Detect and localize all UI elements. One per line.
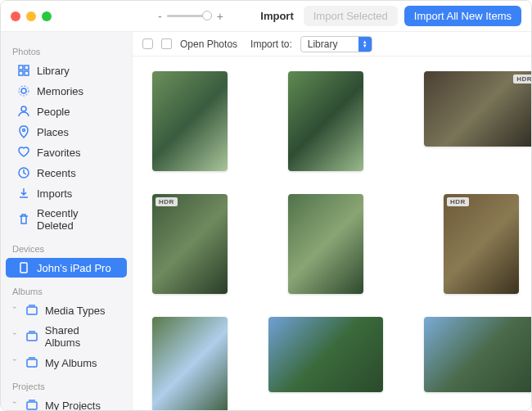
import-all-button[interactable]: Import All New Items [404,6,521,26]
sidebar-item-memories[interactable]: Memories [6,81,127,101]
chevron-right-icon: › [11,306,19,314]
svg-rect-3 [25,71,29,75]
chevron-right-icon: › [11,359,19,367]
sidebar-item-people[interactable]: People [6,102,127,121]
zoom-out-icon: - [158,10,162,23]
sidebar-item-my-albums[interactable]: ›My Albums [6,353,127,373]
device-icon [17,261,30,274]
svg-point-6 [21,106,26,111]
sidebar-item-label: Recents [37,167,76,179]
places-icon [17,125,30,138]
sidebar-item-label: My Albums [45,357,97,369]
chevron-right-icon: › [11,332,19,341]
album-icon [25,356,38,369]
titlebar: - + Import Import Selected Import All Ne… [1,1,531,32]
sidebar-item-label: Imports [37,187,72,200]
photo-thumbnail[interactable] [288,71,363,171]
album-icon [25,330,38,343]
svg-point-4 [21,88,26,93]
photo-grid: HDRHDRHDR [133,56,531,410]
sidebar-item-label: Memories [37,85,83,97]
sidebar-item-recently-deleted[interactable]: Recently Deleted [6,204,127,235]
photo-thumbnail[interactable] [152,71,228,171]
sidebar-section-title: Projects [1,373,132,395]
album-icon [25,304,38,317]
trash-icon [17,213,30,226]
sidebar-item-recents[interactable]: Recents [6,163,127,183]
photo-thumbnail[interactable]: HDR [444,194,519,294]
sidebar-item-media-types[interactable]: ›Media Types [6,300,127,320]
close-button[interactable] [11,11,20,21]
open-photos-label: Open Photos [180,38,237,50]
svg-rect-10 [27,307,37,314]
photo-thumbnail[interactable] [152,317,228,410]
sidebar-item-label: People [37,106,70,118]
memories-icon [17,84,30,97]
photo-thumbnail[interactable]: HDR [152,194,228,294]
import-tab[interactable]: Import [260,10,293,22]
open-photos-checkbox[interactable] [161,38,172,49]
sidebar-item-label: Media Types [45,305,105,317]
sidebar-item-label: Shared Albums [45,324,115,349]
minimize-button[interactable] [26,11,36,21]
sidebar-section-title: Devices [1,236,132,257]
sidebar-item-imports[interactable]: Imports [6,183,127,203]
import-selected-button: Import Selected [304,6,398,26]
svg-rect-12 [27,359,37,367]
heart-icon [17,146,30,159]
sidebar-item-label: Favorites [37,147,80,159]
zoom-in-icon: + [217,10,223,23]
sidebar-section-title: Photos [1,38,132,60]
sidebar-item-favorites[interactable]: Favorites [6,142,127,162]
zoom-button[interactable] [42,11,52,21]
svg-rect-1 [25,65,29,70]
svg-rect-11 [27,333,37,341]
sidebar-section-title: Albums [1,278,132,300]
sidebar-item-label: Library [37,65,70,77]
sidebar: PhotosLibraryMemoriesPeoplePlacesFavorit… [1,32,132,410]
sidebar-item-label: Recently Deleted [37,207,115,232]
sidebar-item-places[interactable]: Places [6,122,127,142]
import-to-label: Import to: [250,38,292,50]
people-icon [17,105,30,118]
photo-thumbnail[interactable] [268,317,383,392]
svg-rect-13 [27,402,37,409]
sidebar-item-john-s-ipad-pro[interactable]: John's iPad Pro [6,258,127,278]
select-arrows-icon: ▲▼ [358,37,372,52]
library-icon [17,64,30,77]
sidebar-item-label: John's iPad Pro [37,262,111,274]
svg-rect-9 [20,263,27,273]
import-to-value: Library [301,38,358,50]
sidebar-item-my-projects[interactable]: ›My Projects [6,395,127,410]
photo-thumbnail[interactable] [288,194,363,294]
imports-icon [17,187,30,200]
photo-thumbnail[interactable]: HDR [424,71,531,147]
import-options-bar: Open Photos Import to: Library ▲▼ [133,32,531,56]
svg-point-7 [23,129,25,132]
hdr-badge: HDR [156,197,178,206]
zoom-slider[interactable]: - + [158,10,223,23]
import-to-select[interactable]: Library ▲▼ [300,36,372,52]
sidebar-item-label: Places [37,126,69,138]
sidebar-item-label: My Projects [45,400,101,411]
hdr-badge: HDR [513,75,531,84]
sidebar-item-shared-albums[interactable]: ›Shared Albums [6,321,127,352]
window-controls [11,11,52,21]
clock-icon [17,166,30,179]
svg-rect-2 [19,71,23,75]
svg-point-5 [19,86,29,96]
hdr-badge: HDR [447,197,469,206]
svg-rect-0 [19,65,23,70]
select-all-checkbox[interactable] [142,38,153,49]
chevron-right-icon: › [11,401,19,409]
photo-thumbnail[interactable] [424,317,531,392]
album-icon [25,399,38,410]
sidebar-item-library[interactable]: Library [6,61,127,80]
